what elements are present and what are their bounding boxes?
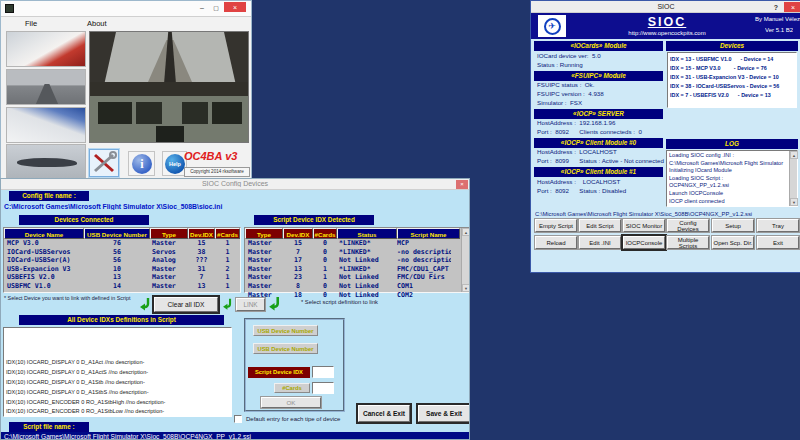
definition-item[interactable]: IDX(10) IOCARD_DISPLAY 0 D_A1StbS //no d… — [6, 388, 231, 398]
definition-item[interactable]: IDX(10) IOCARD_DISPLAY 0 D_A1Act //no de… — [6, 358, 231, 368]
oc4ba-menubar: File About — [1, 17, 251, 29]
empty-script-button[interactable]: Empty Script — [535, 219, 577, 232]
clear-all-idx-button[interactable]: Clear all IDX — [154, 297, 218, 312]
script-detected-title: Script Device IDX Detected — [254, 215, 374, 225]
device-row[interactable]: MCP V3.0 76 Master 15 1 — [4, 239, 240, 248]
edit-ini-button[interactable]: Edit .INI — [579, 236, 621, 249]
col-cards: #Cards — [313, 228, 337, 239]
script-device-row[interactable]: Master 13 1 *LINKED* FMC/CDU1_CAPT — [245, 265, 469, 274]
devices-listbox[interactable]: IDX = 13 - USBFMC V1.0 - Device = 14IDX … — [667, 52, 797, 108]
exit-button[interactable]: Exit — [757, 236, 799, 249]
close-icon[interactable]: × — [224, 2, 246, 12]
menu-about[interactable]: About — [87, 19, 107, 28]
open-scp-dir-button[interactable]: Open Scp. Dir. — [712, 236, 754, 249]
script-device-idx-label: Script Device IDX — [248, 367, 310, 378]
config-titlebar[interactable]: SIOC Config Devices × — [1, 179, 469, 190]
client0-port: Port : 8099 Status : Active - Not connec… — [537, 157, 664, 164]
device-row[interactable]: IOCard-USBServos 56 Servos 38 1 — [4, 248, 240, 257]
info-button[interactable]: i — [128, 151, 155, 176]
device-list-item: IDX = 15 - MCP V3.0 - Device = 76 — [670, 64, 796, 73]
iocp-server-header: «IOCP» SERVER — [534, 109, 663, 119]
desktop: – ▢ × File About — [0, 0, 800, 440]
script-detected-header: Type Dev.IDX #Cards Status Script Name — [245, 228, 469, 239]
link-entry-panel: USB Device Number USB Device Number Scri… — [244, 318, 345, 412]
log-listbox[interactable]: Loading SIOC config .INI :C:\Microsoft G… — [666, 150, 798, 207]
tray-button[interactable]: Tray — [757, 219, 799, 232]
definition-item[interactable]: IDX(10) IOCARD_ENCODER 0 RO_A1StbLow //n… — [6, 407, 231, 417]
simulator: Simulator : FSX — [537, 99, 582, 106]
script-device-idx-input[interactable] — [312, 366, 334, 378]
definitions-listbox[interactable]: IDX(10) IOCARD_DISPLAY 0 D_A1Act //no de… — [3, 327, 232, 417]
aircraft-photo-1 — [6, 31, 86, 67]
definition-item[interactable]: IDX(10) IOCARD_ENCODER 0 RO_A1StbHigh //… — [6, 398, 231, 408]
copyright-label: Copyright 2014 rksoftware — [184, 167, 250, 177]
help-icon: Help — [165, 154, 185, 174]
close-icon[interactable]: × — [456, 180, 468, 189]
reload-button[interactable]: Reload — [535, 236, 577, 249]
sioc-byline: By Manuel Vélez — [755, 16, 800, 22]
log-line: Loading SIOC config .INI : — [669, 152, 789, 160]
nd-display-fo — [182, 102, 208, 124]
cancel-exit-button[interactable]: Cancel & Exit — [358, 405, 410, 422]
scroll-down-arrow[interactable]: ▼ — [790, 198, 798, 206]
aircraft-silhouette — [17, 158, 77, 167]
device-row[interactable]: USB-Expancion V3 10 Master 31 2 — [4, 265, 240, 274]
config-devices-button[interactable]: Config Devices — [667, 219, 709, 232]
scroll-up-arrow[interactable]: ▲ — [790, 151, 798, 159]
iocp-client0-header: «IOCP» Client Module #0 — [534, 138, 663, 148]
device-row[interactable]: IOCard-USBSer(A) 56 Analog ??? 1 — [4, 256, 240, 265]
iocards-module-header: «IOCards» Module — [534, 41, 663, 51]
tools-button[interactable] — [89, 149, 119, 177]
select-script-hint: * Select script definition to link — [301, 299, 378, 305]
aircraft-photo-3 — [6, 107, 86, 143]
sioc-monitor-button[interactable]: SIOC Monitor — [623, 219, 665, 232]
script-device-row[interactable]: Master 17 0 Not Linked -no description — [245, 256, 469, 265]
definition-item[interactable]: IDX(10) IOCARD_DISPLAY 0 D_A1Stb //no de… — [6, 378, 231, 388]
setup-button[interactable]: Setup — [712, 219, 754, 232]
device-list-item: IDX = 38 - IOCard-USBServos - Device = 5… — [670, 82, 796, 91]
server-host: HostAddress : 192.168.1.96 — [537, 119, 615, 126]
edit-script-button[interactable]: Edit Script — [579, 219, 621, 232]
sioc-window-title: SIOC — [531, 3, 800, 10]
col-script-name: Script Name — [397, 228, 460, 239]
help-question-button[interactable]: ? — [770, 3, 782, 12]
scroll-down-arrow[interactable]: ▼ — [462, 284, 470, 292]
oc4ba-titlebar[interactable]: – ▢ × — [1, 1, 251, 17]
info-icon: i — [132, 154, 152, 174]
iocp-console-button[interactable]: IOCPConsole — [623, 236, 665, 249]
link-button[interactable]: LINK — [236, 298, 265, 311]
col-device-name: Device Name — [4, 228, 84, 239]
menu-file[interactable]: File — [25, 19, 37, 28]
minimize-button[interactable]: – — [196, 3, 208, 12]
fsuipc-version: FSUIPC version : 4.938 — [537, 90, 604, 97]
usb-device-number-label-2: USB Device Number — [253, 343, 318, 354]
log-line: Launch IOCPConsole — [669, 190, 789, 198]
green-arrow-icon — [267, 296, 281, 312]
cockpit-photo — [89, 31, 249, 143]
close-icon[interactable]: × — [784, 2, 800, 12]
device-row[interactable]: USBFMC V1.0 14 Master 13 1 — [4, 282, 240, 291]
script-device-row[interactable]: Master 7 0 *LINKED* -no description — [245, 248, 469, 257]
sioc-header: ✈ SIOC http://www.opencockpits.com By Ma… — [531, 13, 800, 39]
glareshield — [90, 82, 249, 96]
ok-button[interactable]: OK — [261, 397, 321, 408]
nd-display — [136, 102, 162, 124]
script-device-row[interactable]: Master 15 0 *LINKED* MCP — [245, 239, 469, 248]
default-entry-checkbox[interactable] — [234, 415, 242, 423]
log-line: C:\Microsoft Games\Microsoft Flight Simu… — [669, 160, 789, 168]
scroll-up-arrow[interactable]: ▲ — [462, 228, 470, 236]
definition-item[interactable]: IDX(10) IOCARD_DISPLAY 0 D_A1ActS //no d… — [6, 368, 231, 378]
col-usb-number: USB Device Number — [84, 228, 150, 239]
device-row[interactable]: USBEFIS V2.0 13 Master 7 1 — [4, 273, 240, 282]
save-exit-button[interactable]: Save & Exit — [418, 405, 470, 422]
multiple-scripts-button[interactable]: Multiple Scripts — [667, 236, 709, 249]
maximize-button[interactable]: ▢ — [210, 3, 222, 12]
iocp-client1-header: «IOCP» Client Module #1 — [534, 167, 663, 177]
cards-input[interactable] — [312, 382, 334, 394]
log-scrollbar[interactable]: ▲ ▼ — [789, 151, 797, 206]
script-device-row[interactable]: Master 23 1 Not Linked FMC/CDU Firs — [245, 273, 469, 282]
sioc-titlebar[interactable]: SIOC ? × — [531, 1, 800, 13]
brand-logo: OC4BA v3 — [184, 150, 250, 162]
script-device-row[interactable]: Master 8 0 Not Linked COM1 — [245, 282, 469, 291]
script-table-scrollbar[interactable]: ▲ ▼ — [461, 228, 469, 292]
